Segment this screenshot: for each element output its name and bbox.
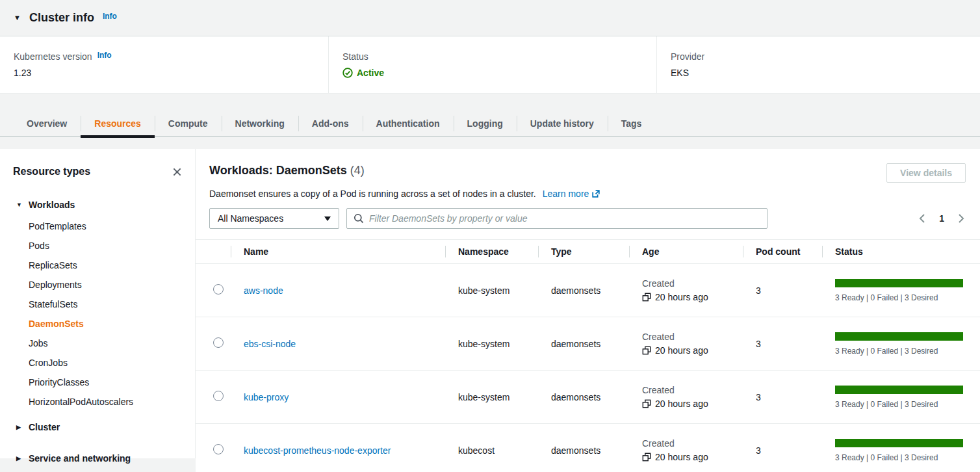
cluster-info-panel: Kubernetes version Info 1.23 Status Acti…	[0, 36, 980, 94]
header-pod-count: Pod count	[743, 246, 822, 257]
provider-field: Provider EKS	[656, 36, 980, 93]
status-cell: 3 Ready | 0 Failed | 3 Desired	[822, 279, 980, 302]
view-details-button[interactable]: View details	[886, 163, 966, 183]
kubernetes-version-label: Kubernetes version	[14, 51, 92, 62]
status-cell: 3 Ready | 0 Failed | 3 Desired	[822, 439, 980, 462]
sidebar-item-horizontalpodautoscalers[interactable]: HorizontalPodAutoscalers	[13, 392, 182, 412]
sidebar-item-jobs[interactable]: Jobs	[13, 334, 182, 353]
namespace-select-value: All Namespaces	[218, 213, 283, 224]
row-select-radio[interactable]	[213, 284, 224, 295]
daemonset-name-link[interactable]: kubecost-prometheus-node-exporter	[244, 445, 391, 456]
page-title: Workloads: DaemonSets (4)	[209, 163, 365, 177]
page-number[interactable]: 1	[939, 213, 944, 224]
header-age: Age	[629, 246, 743, 257]
namespace-cell: kubecost	[445, 445, 538, 456]
status-label: Status	[342, 51, 368, 62]
type-cell: daemonsets	[538, 392, 629, 402]
header-type: Type	[538, 246, 629, 257]
search-input[interactable]	[369, 213, 760, 224]
pod-count-cell: 3	[743, 285, 822, 296]
tab-resources[interactable]: Resources	[81, 111, 155, 137]
sidebar-item-priorityclasses[interactable]: PriorityClasses	[13, 373, 182, 392]
table-row: ebs-csi-node kube-system daemonsets Crea…	[196, 317, 980, 371]
copy-icon[interactable]	[642, 399, 651, 408]
search-icon	[354, 213, 364, 224]
caret-right-icon: ▶	[16, 455, 23, 462]
status-badge: Active	[342, 68, 656, 78]
type-cell: daemonsets	[538, 339, 629, 349]
header-name: Name	[231, 246, 445, 257]
header-status: Status	[822, 246, 980, 257]
table-header: Name Namespace Type Age Pod count Status	[196, 240, 980, 264]
age-cell: Created 20 hours ago	[629, 332, 743, 356]
namespace-select[interactable]: All Namespaces	[209, 208, 339, 229]
status-progress-bar	[835, 332, 963, 341]
row-select-radio[interactable]	[213, 444, 224, 454]
kubernetes-version-info-link[interactable]: Info	[97, 51, 112, 60]
table-row: kube-proxy kube-system daemonsets Create…	[196, 371, 980, 424]
namespace-cell: kube-system	[445, 392, 538, 402]
tab-logging[interactable]: Logging	[454, 111, 517, 137]
tabs-band: Overview Resources Compute Networking Ad…	[0, 94, 980, 137]
chevron-down-icon	[324, 216, 331, 221]
copy-icon[interactable]	[642, 293, 651, 302]
pagination: 1	[918, 213, 966, 224]
collapse-caret-icon[interactable]: ▼	[14, 14, 21, 21]
learn-more-link[interactable]: Learn more	[543, 189, 601, 199]
tab-overview[interactable]: Overview	[13, 111, 81, 137]
table-row: kubecost-prometheus-node-exporter kubeco…	[196, 424, 980, 472]
tab-update-history[interactable]: Update history	[517, 111, 608, 137]
sidebar-item-replicasets[interactable]: ReplicaSets	[13, 256, 182, 275]
daemonset-name-link[interactable]: ebs-csi-node	[244, 339, 296, 349]
row-select-radio[interactable]	[213, 337, 224, 348]
tab-networking[interactable]: Networking	[222, 111, 298, 137]
status-progress-bar	[835, 439, 963, 447]
tree-group-cluster[interactable]: ▶ Cluster	[13, 419, 182, 435]
check-circle-icon	[342, 68, 353, 78]
cluster-info-title: Cluster info	[29, 11, 94, 25]
status-value: Active	[357, 68, 384, 78]
sidebar-item-daemonsets[interactable]: DaemonSets	[13, 314, 182, 334]
status-cell: 3 Ready | 0 Failed | 3 Desired	[822, 332, 980, 356]
status-progress-bar	[835, 386, 963, 394]
content-area: Resource types ▼ Workloads PodTemplates …	[0, 149, 980, 458]
sidebar-item-statefulsets[interactable]: StatefulSets	[13, 295, 182, 314]
status-cell: 3 Ready | 0 Failed | 3 Desired	[822, 386, 980, 409]
row-select-radio[interactable]	[213, 391, 224, 401]
resource-tree: ▼ Workloads PodTemplates Pods ReplicaSet…	[13, 197, 182, 466]
tree-group-workloads-label: Workloads	[29, 200, 75, 210]
cluster-info-info-link[interactable]: Info	[103, 12, 117, 21]
close-icon[interactable]	[172, 167, 182, 177]
daemonset-name-link[interactable]: aws-node	[244, 285, 283, 296]
tree-group-workloads[interactable]: ▼ Workloads	[13, 197, 182, 213]
row-count-badge: (4)	[350, 164, 365, 177]
tab-authentication[interactable]: Authentication	[363, 111, 454, 137]
provider-label: Provider	[671, 51, 704, 62]
daemonset-name-link[interactable]: kube-proxy	[244, 392, 289, 402]
copy-icon[interactable]	[642, 452, 651, 462]
sidebar-item-podtemplates[interactable]: PodTemplates	[13, 216, 182, 236]
tab-add-ons[interactable]: Add-ons	[298, 111, 363, 137]
sidebar-item-deployments[interactable]: Deployments	[13, 275, 182, 295]
status-field: Status Active	[328, 36, 656, 93]
tree-group-service-networking-label: Service and networking	[29, 453, 131, 464]
sidebar-item-cronjobs[interactable]: CronJobs	[13, 353, 182, 373]
copy-icon[interactable]	[642, 346, 651, 355]
type-cell: daemonsets	[538, 445, 629, 456]
tab-bar: Overview Resources Compute Networking Ad…	[0, 111, 980, 137]
namespace-cell: kube-system	[445, 339, 538, 349]
tab-compute[interactable]: Compute	[155, 111, 222, 137]
resource-types-sidebar: Resource types ▼ Workloads PodTemplates …	[0, 149, 196, 458]
tree-group-service-networking[interactable]: ▶ Service and networking	[13, 451, 182, 466]
provider-value: EKS	[671, 68, 980, 78]
daemonsets-panel: Workloads: DaemonSets (4) View details D…	[196, 149, 980, 458]
caret-right-icon: ▶	[16, 424, 23, 430]
search-box	[346, 208, 767, 229]
tab-tags[interactable]: Tags	[608, 111, 656, 137]
previous-page-icon[interactable]	[918, 213, 926, 224]
next-page-icon[interactable]	[957, 213, 965, 224]
external-link-icon	[591, 189, 600, 198]
sidebar-item-pods[interactable]: Pods	[13, 236, 182, 256]
caret-down-icon: ▼	[16, 202, 23, 208]
age-cell: Created 20 hours ago	[629, 438, 743, 462]
